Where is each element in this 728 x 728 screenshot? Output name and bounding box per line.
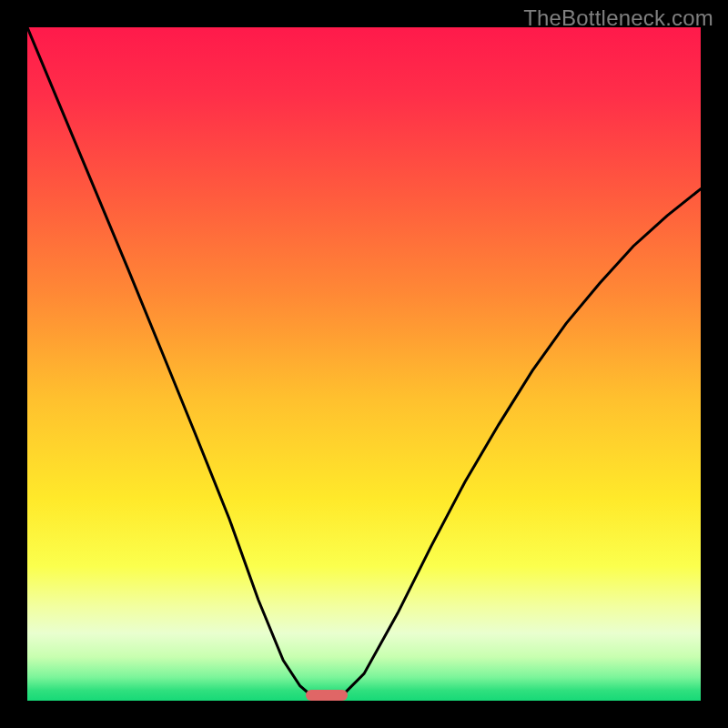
bottleneck-marker bbox=[306, 690, 348, 701]
plot-area bbox=[27, 27, 701, 701]
left-curve bbox=[27, 27, 309, 694]
right-curve bbox=[344, 189, 701, 694]
chart-frame: TheBottleneck.com bbox=[0, 0, 728, 728]
curves-layer bbox=[27, 27, 701, 701]
